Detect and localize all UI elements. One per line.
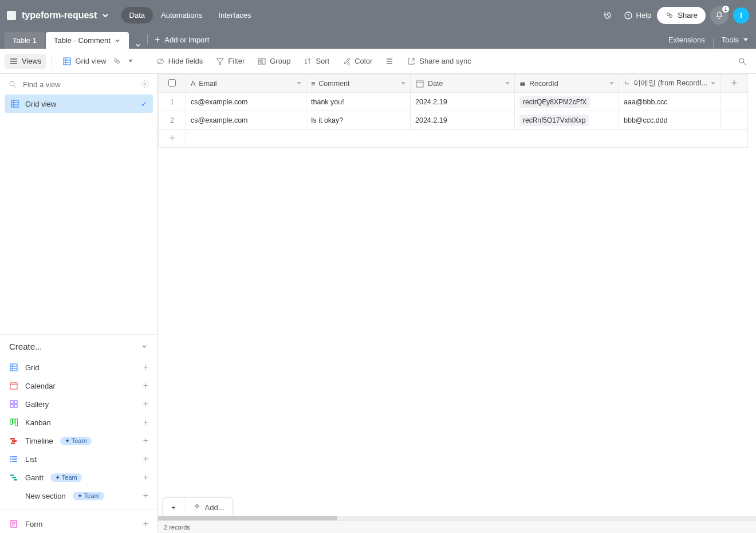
team-badge: ✦Team [50, 473, 82, 482]
row-number: 1 [159, 93, 186, 111]
svg-text:?: ? [627, 13, 629, 18]
nav-interfaces[interactable]: Interfaces [210, 7, 259, 23]
tab-caret-icon[interactable] [114, 37, 121, 44]
svg-rect-16 [10, 383, 17, 389]
create-list[interactable]: List+ [0, 450, 158, 468]
search-icon [738, 57, 747, 66]
view-toolbar: Views Grid view Hide fields Filter Group… [0, 49, 756, 74]
base-name[interactable]: typeform-request [22, 10, 97, 21]
help-button[interactable]: ?Help [618, 7, 657, 23]
create-new-section[interactable]: New section✦Team+ [0, 487, 158, 505]
cell-comment[interactable]: thank you! [306, 93, 411, 111]
svg-point-12 [10, 81, 14, 86]
plus-icon: + [143, 362, 148, 373]
svg-point-27 [10, 456, 11, 457]
nav-data[interactable]: Data [121, 7, 153, 23]
nav-automations[interactable]: Automations [153, 7, 210, 23]
app-header: typeform-request Data Automations Interf… [0, 0, 756, 30]
column-date[interactable]: Date [411, 75, 515, 93]
column-lookup[interactable]: ⤷이메일 (from RecordI... [619, 75, 720, 93]
filter-icon [215, 57, 225, 66]
add-table-button[interactable]: +Add or import [148, 30, 216, 49]
sort-button[interactable]: Sort [298, 54, 334, 69]
column-recordid[interactable]: ≣RecordId [515, 75, 619, 93]
tabs-overflow-button[interactable] [129, 42, 147, 49]
create-section-header[interactable]: Create... [0, 334, 158, 358]
sidebar-view-grid[interactable]: Grid view ✓ [5, 95, 153, 113]
svg-rect-10 [262, 58, 265, 64]
group-icon [257, 57, 266, 66]
form-icon [9, 519, 18, 528]
cell-recordid[interactable]: recRnf5O17VxhIXxp [515, 111, 619, 130]
current-view-button[interactable]: Grid view [58, 54, 137, 69]
cell-email[interactable]: cs@example.com [186, 111, 306, 130]
svg-rect-20 [14, 405, 17, 407]
table-row[interactable]: 2 cs@example.com Is it okay? 2024.2.19 r… [159, 111, 748, 130]
settings-icon[interactable] [140, 80, 149, 89]
svg-rect-17 [10, 401, 13, 403]
svg-rect-22 [13, 419, 15, 423]
text-field-icon: A [191, 80, 195, 88]
svg-rect-34 [416, 81, 423, 87]
svg-point-7 [116, 60, 119, 63]
add-options-button[interactable]: Add... [184, 498, 233, 516]
horizontal-scrollbar[interactable] [158, 516, 756, 520]
add-row[interactable]: + [159, 130, 748, 148]
views-toggle[interactable]: Views [5, 54, 46, 69]
svg-point-13 [144, 83, 146, 85]
view-label: Grid view [25, 100, 56, 108]
row-header-checkbox[interactable] [159, 75, 186, 93]
svg-rect-0 [7, 11, 16, 20]
color-button[interactable]: Color [337, 54, 377, 69]
column-comment[interactable]: ≡Comment [306, 75, 411, 93]
base-name-caret-icon[interactable] [101, 11, 110, 20]
eye-off-icon [156, 57, 165, 66]
history-button[interactable] [597, 7, 618, 23]
extensions-button[interactable]: Extensions [660, 30, 713, 49]
create-timeline[interactable]: Timeline✦Team+ [0, 432, 158, 450]
add-column-button[interactable]: + [720, 75, 748, 93]
create-calendar[interactable]: Calendar+ [0, 377, 158, 395]
create-gantt[interactable]: Gantt✦Team+ [0, 468, 158, 487]
cell-date[interactable]: 2024.2.19 [411, 111, 515, 130]
tools-button[interactable]: Tools [714, 30, 756, 49]
table-row[interactable]: 1 cs@example.com thank you! 2024.2.19 re… [159, 93, 748, 111]
add-record-button[interactable]: + [163, 498, 184, 516]
tab-table-comment[interactable]: Table - Comment [46, 32, 129, 49]
row-height-button[interactable] [380, 54, 399, 69]
create-gallery[interactable]: Gallery+ [0, 395, 158, 413]
sort-icon [303, 57, 312, 66]
team-badge: ✦Team [60, 437, 92, 445]
find-view-input[interactable] [23, 80, 135, 89]
chevron-down-icon [140, 343, 148, 351]
svg-rect-19 [10, 405, 13, 407]
create-form[interactable]: Form+ [0, 515, 158, 533]
cell-comment[interactable]: Is it okay? [306, 111, 411, 130]
create-kanban[interactable]: Kanban+ [0, 413, 158, 432]
cell-lookup[interactable]: aaa@bbb.ccc [619, 93, 720, 111]
group-button[interactable]: Group [253, 54, 295, 69]
share-sync-button[interactable]: Share and sync [402, 54, 475, 69]
search-button[interactable] [733, 54, 751, 69]
svg-rect-24 [10, 438, 15, 440]
notifications-button[interactable]: 1 [710, 6, 729, 25]
svg-point-11 [739, 58, 744, 63]
chevron-down-icon[interactable] [297, 82, 301, 85]
svg-rect-21 [10, 419, 13, 425]
filter-button[interactable]: Filter [211, 54, 249, 69]
svg-rect-31 [12, 477, 16, 479]
column-email[interactable]: AEmail [186, 75, 306, 93]
tab-table-1[interactable]: Table 1 [5, 32, 45, 49]
svg-rect-15 [10, 364, 17, 371]
svg-point-4 [670, 14, 672, 17]
hide-fields-button[interactable]: Hide fields [151, 54, 208, 69]
user-avatar[interactable]: I [733, 7, 749, 23]
search-icon [8, 80, 17, 89]
cell-lookup[interactable]: bbb@ccc.ddd [619, 111, 720, 130]
cell-recordid[interactable]: rectrQEy8XPM2cFfX [515, 93, 619, 111]
cell-email[interactable]: cs@example.com [186, 93, 306, 111]
share-button[interactable]: Share [657, 7, 706, 24]
cell-date[interactable]: 2024.2.19 [411, 93, 515, 111]
create-grid[interactable]: Grid+ [0, 358, 158, 377]
lookup-icon: ⤷ [624, 79, 630, 88]
